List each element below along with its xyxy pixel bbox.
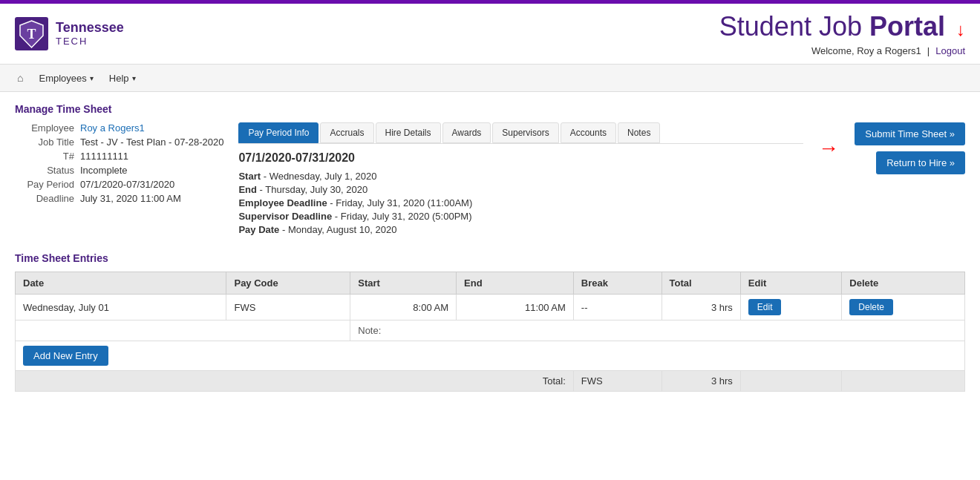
help-dropdown: Help ▾ bbox=[103, 70, 142, 87]
tnum-label: T# bbox=[15, 151, 74, 162]
content: Manage Time Sheet Employee Roy a Rogers1… bbox=[0, 92, 980, 403]
arrow-down-icon: ↓ bbox=[956, 19, 965, 39]
sup-deadline-value: Friday, July 31, 2020 (5:00PM) bbox=[341, 211, 472, 222]
separator: | bbox=[927, 45, 930, 56]
home-icon: ⌂ bbox=[17, 72, 23, 84]
manage-timesheet-title: Manage Time Sheet bbox=[15, 103, 965, 115]
note-empty bbox=[16, 320, 350, 341]
pay-date-label: Pay Date bbox=[238, 224, 279, 235]
tab-awards[interactable]: Awards bbox=[442, 122, 491, 143]
cell-paycode: FWS bbox=[226, 295, 350, 320]
manage-section: Employee Roy a Rogers1 Job Title Test - … bbox=[15, 122, 965, 237]
return-to-hire-button[interactable]: Return to Hire » bbox=[876, 151, 965, 174]
col-end: End bbox=[457, 272, 574, 295]
deadline-label: Deadline bbox=[15, 193, 74, 204]
cell-total: 3 hrs bbox=[662, 295, 740, 320]
submit-timesheet-button[interactable]: Submit Time Sheet » bbox=[855, 122, 965, 145]
tab-accounts[interactable]: Accounts bbox=[561, 122, 616, 143]
welcome-text: Welcome, Roy a Rogers1 bbox=[811, 45, 921, 56]
header: T Tennessee TECH Student Job Portal ↓ We… bbox=[0, 4, 980, 65]
table-row: Wednesday, July 01 FWS 8:00 AM 11:00 AM … bbox=[16, 295, 965, 320]
end-info: End - Thursday, July 30, 2020 bbox=[238, 184, 803, 195]
middle-section: Pay Period InfoAccrualsHire DetailsAward… bbox=[238, 122, 803, 237]
emp-deadline-info: Employee Deadline - Friday, July 31, 202… bbox=[238, 197, 803, 208]
employees-button[interactable]: Employees ▾ bbox=[33, 70, 99, 87]
pay-date-value: Monday, August 10, 2020 bbox=[288, 224, 396, 235]
sup-deadline-label: Supervisor Deadline bbox=[238, 211, 332, 222]
employee-link[interactable]: Roy a Rogers1 bbox=[80, 122, 145, 134]
table-body: Wednesday, July 01 FWS 8:00 AM 11:00 AM … bbox=[16, 295, 965, 392]
total-edit-empty bbox=[740, 371, 842, 392]
timesheet-entries-title: Time Sheet Entries bbox=[15, 252, 965, 264]
tab-pay-period-info[interactable]: Pay Period Info bbox=[238, 122, 318, 143]
logo-tennessee: Tennessee bbox=[56, 21, 124, 36]
add-new-entry-button[interactable]: Add New Entry bbox=[23, 346, 108, 366]
welcome-bar: Welcome, Roy a Rogers1 | Logout bbox=[719, 45, 965, 56]
right-section: → Submit Time Sheet » Return to Hire » bbox=[818, 122, 965, 174]
logout-link[interactable]: Logout bbox=[935, 45, 965, 56]
sup-deadline-info: Supervisor Deadline - Friday, July 31, 2… bbox=[238, 211, 803, 222]
timesheet-table: DatePay CodeStartEndBreakTotalEditDelete… bbox=[15, 272, 965, 392]
tab-supervisors[interactable]: Supervisors bbox=[492, 122, 558, 143]
help-button[interactable]: Help ▾ bbox=[103, 70, 142, 87]
navbar: ⌂ Employees ▾ Help ▾ bbox=[0, 65, 980, 92]
portal-title-area: Student Job Portal ↓ Welcome, Roy a Roge… bbox=[719, 11, 965, 56]
help-caret: ▾ bbox=[132, 74, 136, 82]
delete-button[interactable]: Delete bbox=[849, 299, 893, 315]
logo-shield: T bbox=[15, 17, 48, 50]
tnum-value: 111111111 bbox=[80, 151, 128, 162]
cell-start: 8:00 AM bbox=[350, 295, 457, 320]
logo-area: T Tennessee TECH bbox=[15, 17, 124, 50]
start-label: Start bbox=[238, 171, 261, 182]
payperiod-value: 07/1/2020-07/31/2020 bbox=[80, 179, 174, 190]
table-header: DatePay CodeStartEndBreakTotalEditDelete bbox=[16, 272, 965, 295]
pay-period-date: 07/1/2020-07/31/2020 bbox=[238, 151, 803, 165]
info-status: Status Incomplete bbox=[15, 165, 223, 176]
status-label: Status bbox=[15, 165, 74, 176]
info-payperiod: Pay Period 07/1/2020-07/31/2020 bbox=[15, 179, 223, 190]
note-row: Note: bbox=[16, 320, 965, 341]
employees-caret: ▾ bbox=[90, 74, 94, 82]
home-link[interactable]: ⌂ bbox=[11, 69, 29, 87]
edit-button[interactable]: Edit bbox=[748, 299, 782, 315]
status-value: Incomplete bbox=[80, 165, 128, 176]
col-total: Total bbox=[662, 272, 740, 295]
employee-label: Employee bbox=[15, 122, 74, 134]
right-buttons: Submit Time Sheet » Return to Hire » bbox=[846, 122, 965, 174]
start-dash: - bbox=[264, 171, 270, 182]
total-paycode: FWS bbox=[573, 371, 662, 392]
col-date: Date bbox=[16, 272, 226, 295]
end-label: End bbox=[238, 184, 257, 195]
employee-value: Roy a Rogers1 bbox=[80, 122, 145, 134]
col-pay code: Pay Code bbox=[226, 272, 350, 295]
tab-accruals[interactable]: Accruals bbox=[320, 122, 373, 143]
logo-tech: TECH bbox=[56, 36, 124, 47]
pay-date-dash: - bbox=[282, 224, 288, 235]
cell-end: 11:00 AM bbox=[457, 295, 574, 320]
deadline-value: July 31, 2020 11:00 AM bbox=[80, 193, 181, 204]
cell-delete: Delete bbox=[842, 295, 965, 320]
total-delete-empty bbox=[842, 371, 965, 392]
tab-notes[interactable]: Notes bbox=[618, 122, 660, 143]
emp-deadline-label: Employee Deadline bbox=[238, 197, 327, 208]
cell-break: -- bbox=[573, 295, 662, 320]
payperiod-label: Pay Period bbox=[15, 179, 74, 190]
logo-text: Tennessee TECH bbox=[56, 21, 124, 47]
add-entry-cell: Add New Entry bbox=[16, 341, 965, 371]
col-break: Break bbox=[573, 272, 662, 295]
timesheet-section: Time Sheet Entries DatePay CodeStartEndB… bbox=[15, 252, 965, 392]
col-delete: Delete bbox=[842, 272, 965, 295]
col-edit: Edit bbox=[740, 272, 842, 295]
cell-date: Wednesday, July 01 bbox=[16, 295, 226, 320]
header-row: DatePay CodeStartEndBreakTotalEditDelete bbox=[16, 272, 965, 295]
total-label: Total: bbox=[16, 371, 574, 392]
note-cell: Note: bbox=[350, 320, 965, 341]
total-hours: 3 hrs bbox=[662, 371, 740, 392]
jobtitle-value: Test - JV - Test Plan - 07-28-2020 bbox=[80, 137, 223, 148]
tab-hire-details[interactable]: Hire Details bbox=[376, 122, 441, 143]
portal-title-text: Student Job bbox=[719, 11, 869, 42]
info-employee: Employee Roy a Rogers1 bbox=[15, 122, 223, 134]
emp-deadline-value: Friday, July 31, 2020 (11:00AM) bbox=[336, 197, 472, 208]
add-entry-row: Add New Entry bbox=[16, 341, 965, 371]
employees-dropdown: Employees ▾ bbox=[33, 70, 99, 87]
